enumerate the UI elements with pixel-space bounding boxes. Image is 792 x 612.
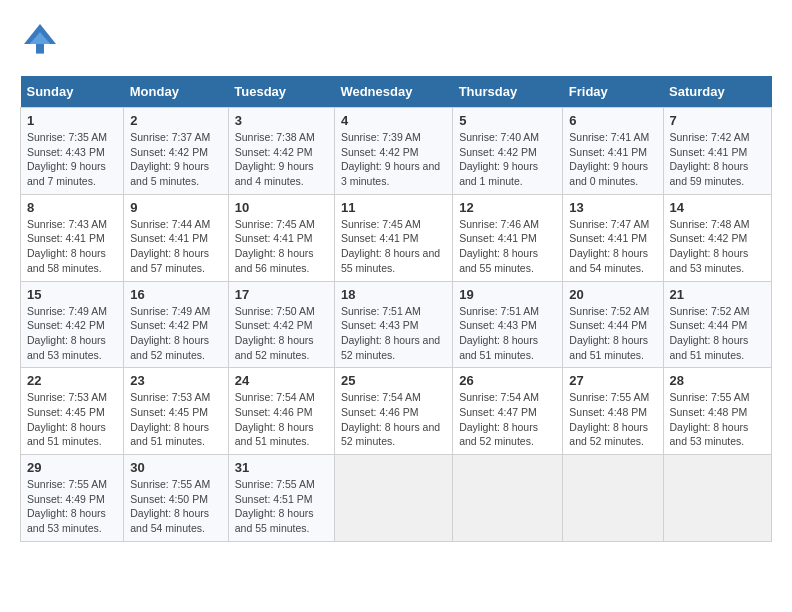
day-info: Sunrise: 7:52 AM Sunset: 4:44 PM Dayligh… [670, 304, 766, 363]
day-cell [663, 455, 772, 542]
day-cell: 30 Sunrise: 7:55 AM Sunset: 4:50 PM Dayl… [124, 455, 229, 542]
day-info: Sunrise: 7:54 AM Sunset: 4:46 PM Dayligh… [341, 390, 446, 449]
day-info: Sunrise: 7:37 AM Sunset: 4:42 PM Dayligh… [130, 130, 222, 189]
day-cell: 3 Sunrise: 7:38 AM Sunset: 4:42 PM Dayli… [228, 108, 334, 195]
day-cell: 10 Sunrise: 7:45 AM Sunset: 4:41 PM Dayl… [228, 194, 334, 281]
day-cell: 27 Sunrise: 7:55 AM Sunset: 4:48 PM Dayl… [563, 368, 663, 455]
day-info: Sunrise: 7:51 AM Sunset: 4:43 PM Dayligh… [341, 304, 446, 363]
day-number: 6 [569, 113, 656, 128]
day-info: Sunrise: 7:50 AM Sunset: 4:42 PM Dayligh… [235, 304, 328, 363]
day-cell: 24 Sunrise: 7:54 AM Sunset: 4:46 PM Dayl… [228, 368, 334, 455]
day-info: Sunrise: 7:44 AM Sunset: 4:41 PM Dayligh… [130, 217, 222, 276]
day-cell: 28 Sunrise: 7:55 AM Sunset: 4:48 PM Dayl… [663, 368, 772, 455]
day-info: Sunrise: 7:53 AM Sunset: 4:45 PM Dayligh… [130, 390, 222, 449]
day-number: 24 [235, 373, 328, 388]
day-cell: 21 Sunrise: 7:52 AM Sunset: 4:44 PM Dayl… [663, 281, 772, 368]
day-cell: 1 Sunrise: 7:35 AM Sunset: 4:43 PM Dayli… [21, 108, 124, 195]
day-number: 22 [27, 373, 117, 388]
day-cell: 15 Sunrise: 7:49 AM Sunset: 4:42 PM Dayl… [21, 281, 124, 368]
day-number: 4 [341, 113, 446, 128]
day-info: Sunrise: 7:48 AM Sunset: 4:42 PM Dayligh… [670, 217, 766, 276]
day-info: Sunrise: 7:41 AM Sunset: 4:41 PM Dayligh… [569, 130, 656, 189]
day-cell: 2 Sunrise: 7:37 AM Sunset: 4:42 PM Dayli… [124, 108, 229, 195]
day-number: 28 [670, 373, 766, 388]
day-number: 8 [27, 200, 117, 215]
col-header-monday: Monday [124, 76, 229, 108]
day-number: 31 [235, 460, 328, 475]
day-info: Sunrise: 7:42 AM Sunset: 4:41 PM Dayligh… [670, 130, 766, 189]
col-header-thursday: Thursday [453, 76, 563, 108]
day-cell: 17 Sunrise: 7:50 AM Sunset: 4:42 PM Dayl… [228, 281, 334, 368]
day-info: Sunrise: 7:39 AM Sunset: 4:42 PM Dayligh… [341, 130, 446, 189]
day-info: Sunrise: 7:38 AM Sunset: 4:42 PM Dayligh… [235, 130, 328, 189]
day-info: Sunrise: 7:55 AM Sunset: 4:50 PM Dayligh… [130, 477, 222, 536]
day-number: 30 [130, 460, 222, 475]
day-number: 14 [670, 200, 766, 215]
day-cell: 18 Sunrise: 7:51 AM Sunset: 4:43 PM Dayl… [334, 281, 452, 368]
day-cell [334, 455, 452, 542]
week-row-4: 22 Sunrise: 7:53 AM Sunset: 4:45 PM Dayl… [21, 368, 772, 455]
day-info: Sunrise: 7:55 AM Sunset: 4:51 PM Dayligh… [235, 477, 328, 536]
day-cell [453, 455, 563, 542]
day-cell: 8 Sunrise: 7:43 AM Sunset: 4:41 PM Dayli… [21, 194, 124, 281]
day-number: 3 [235, 113, 328, 128]
day-number: 9 [130, 200, 222, 215]
day-number: 23 [130, 373, 222, 388]
day-info: Sunrise: 7:55 AM Sunset: 4:49 PM Dayligh… [27, 477, 117, 536]
day-info: Sunrise: 7:52 AM Sunset: 4:44 PM Dayligh… [569, 304, 656, 363]
logo [20, 20, 66, 60]
calendar-table: SundayMondayTuesdayWednesdayThursdayFrid… [20, 76, 772, 542]
day-number: 29 [27, 460, 117, 475]
col-header-wednesday: Wednesday [334, 76, 452, 108]
day-cell: 14 Sunrise: 7:48 AM Sunset: 4:42 PM Dayl… [663, 194, 772, 281]
day-cell: 4 Sunrise: 7:39 AM Sunset: 4:42 PM Dayli… [334, 108, 452, 195]
week-row-5: 29 Sunrise: 7:55 AM Sunset: 4:49 PM Dayl… [21, 455, 772, 542]
day-number: 12 [459, 200, 556, 215]
week-row-1: 1 Sunrise: 7:35 AM Sunset: 4:43 PM Dayli… [21, 108, 772, 195]
day-cell: 25 Sunrise: 7:54 AM Sunset: 4:46 PM Dayl… [334, 368, 452, 455]
day-cell: 19 Sunrise: 7:51 AM Sunset: 4:43 PM Dayl… [453, 281, 563, 368]
day-number: 18 [341, 287, 446, 302]
day-cell: 16 Sunrise: 7:49 AM Sunset: 4:42 PM Dayl… [124, 281, 229, 368]
day-info: Sunrise: 7:35 AM Sunset: 4:43 PM Dayligh… [27, 130, 117, 189]
day-cell: 9 Sunrise: 7:44 AM Sunset: 4:41 PM Dayli… [124, 194, 229, 281]
day-cell: 31 Sunrise: 7:55 AM Sunset: 4:51 PM Dayl… [228, 455, 334, 542]
day-info: Sunrise: 7:54 AM Sunset: 4:47 PM Dayligh… [459, 390, 556, 449]
day-number: 2 [130, 113, 222, 128]
day-cell: 20 Sunrise: 7:52 AM Sunset: 4:44 PM Dayl… [563, 281, 663, 368]
day-number: 26 [459, 373, 556, 388]
day-number: 1 [27, 113, 117, 128]
day-info: Sunrise: 7:47 AM Sunset: 4:41 PM Dayligh… [569, 217, 656, 276]
day-info: Sunrise: 7:49 AM Sunset: 4:42 PM Dayligh… [130, 304, 222, 363]
col-header-tuesday: Tuesday [228, 76, 334, 108]
day-number: 11 [341, 200, 446, 215]
week-row-2: 8 Sunrise: 7:43 AM Sunset: 4:41 PM Dayli… [21, 194, 772, 281]
day-number: 5 [459, 113, 556, 128]
day-info: Sunrise: 7:53 AM Sunset: 4:45 PM Dayligh… [27, 390, 117, 449]
col-header-friday: Friday [563, 76, 663, 108]
day-cell: 23 Sunrise: 7:53 AM Sunset: 4:45 PM Dayl… [124, 368, 229, 455]
day-number: 15 [27, 287, 117, 302]
day-number: 13 [569, 200, 656, 215]
header [20, 20, 772, 60]
day-number: 10 [235, 200, 328, 215]
day-info: Sunrise: 7:40 AM Sunset: 4:42 PM Dayligh… [459, 130, 556, 189]
svg-rect-2 [36, 44, 44, 54]
day-number: 16 [130, 287, 222, 302]
day-number: 21 [670, 287, 766, 302]
day-info: Sunrise: 7:54 AM Sunset: 4:46 PM Dayligh… [235, 390, 328, 449]
day-info: Sunrise: 7:55 AM Sunset: 4:48 PM Dayligh… [569, 390, 656, 449]
header-row: SundayMondayTuesdayWednesdayThursdayFrid… [21, 76, 772, 108]
day-info: Sunrise: 7:46 AM Sunset: 4:41 PM Dayligh… [459, 217, 556, 276]
day-number: 20 [569, 287, 656, 302]
logo-icon [20, 20, 60, 60]
day-cell: 6 Sunrise: 7:41 AM Sunset: 4:41 PM Dayli… [563, 108, 663, 195]
day-cell: 12 Sunrise: 7:46 AM Sunset: 4:41 PM Dayl… [453, 194, 563, 281]
day-cell: 29 Sunrise: 7:55 AM Sunset: 4:49 PM Dayl… [21, 455, 124, 542]
day-cell: 26 Sunrise: 7:54 AM Sunset: 4:47 PM Dayl… [453, 368, 563, 455]
day-number: 27 [569, 373, 656, 388]
day-number: 25 [341, 373, 446, 388]
col-header-sunday: Sunday [21, 76, 124, 108]
day-cell: 13 Sunrise: 7:47 AM Sunset: 4:41 PM Dayl… [563, 194, 663, 281]
day-number: 17 [235, 287, 328, 302]
